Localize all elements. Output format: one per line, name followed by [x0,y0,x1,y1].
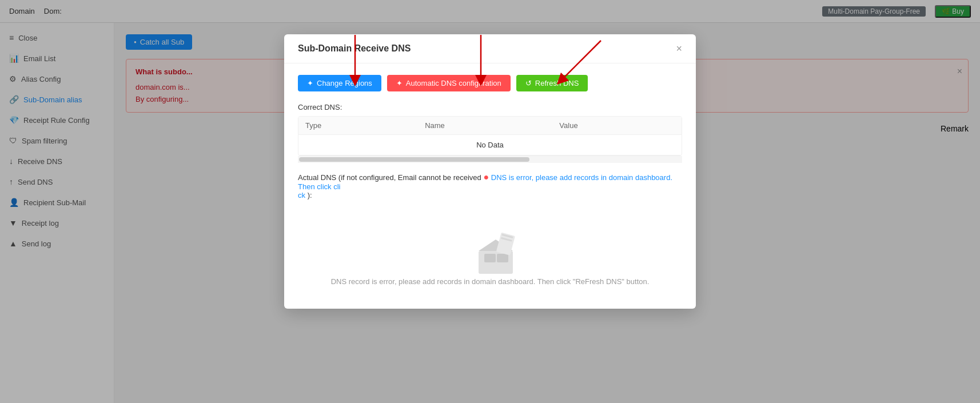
horizontal-scrollbar[interactable] [298,156,682,163]
dns-error-link2[interactable]: cli [333,182,340,191]
empty-state-text: DNS record is error, please add records … [309,277,671,286]
auto-dns-label: Automatic DNS configuration [406,79,501,87]
dns-table-wrapper: Type Name Value No Data [298,116,682,156]
modal-overlay: Sub-Domain Receive DNS × ✦ Change Region… [0,0,980,403]
change-regions-button[interactable]: ✦ Change Regions [298,75,381,91]
dns-error-ck[interactable]: ck [298,191,305,199]
empty-state: DNS record is error, please add records … [298,199,682,297]
correct-dns-label: Correct DNS: [298,103,682,111]
actual-dns-section: Actual DNS (if not configured, Email can… [298,172,682,199]
svg-rect-5 [484,254,496,262]
dns-table: Type Name Value No Data [298,117,682,155]
modal-close-button[interactable]: × [676,43,682,54]
actual-dns-label: Actual DNS (if not configured, Email can… [298,173,481,182]
svg-rect-6 [497,254,508,262]
dns-error-suffix: ): [308,191,312,199]
dns-modal: Sub-Domain Receive DNS × ✦ Change Region… [284,34,696,309]
modal-header: Sub-Domain Receive DNS × [284,34,696,63]
table-empty-message: No Data [298,135,682,155]
change-regions-label: Change Regions [317,79,372,87]
col-value: Value [552,117,682,135]
refresh-icon: ↺ [525,79,532,87]
col-type: Type [298,117,418,135]
auto-icon: ✦ [396,79,403,87]
empty-illustration [467,222,513,268]
dns-error-dot: ● [483,172,489,182]
empty-svg [467,222,524,280]
refresh-dns-button[interactable]: ↺ Refresh DNS [516,75,588,91]
col-name: Name [418,117,552,135]
auto-dns-button[interactable]: ✦ Automatic DNS configuration [387,75,511,91]
refresh-dns-label: Refresh DNS [535,79,579,87]
settings-icon: ✦ [307,79,313,87]
action-buttons: ✦ Change Regions ✦ Automatic DNS configu… [298,75,682,91]
modal-title: Sub-Domain Receive DNS [298,43,411,54]
scrollbar-thumb [299,157,529,162]
modal-body: ✦ Change Regions ✦ Automatic DNS configu… [284,63,696,309]
